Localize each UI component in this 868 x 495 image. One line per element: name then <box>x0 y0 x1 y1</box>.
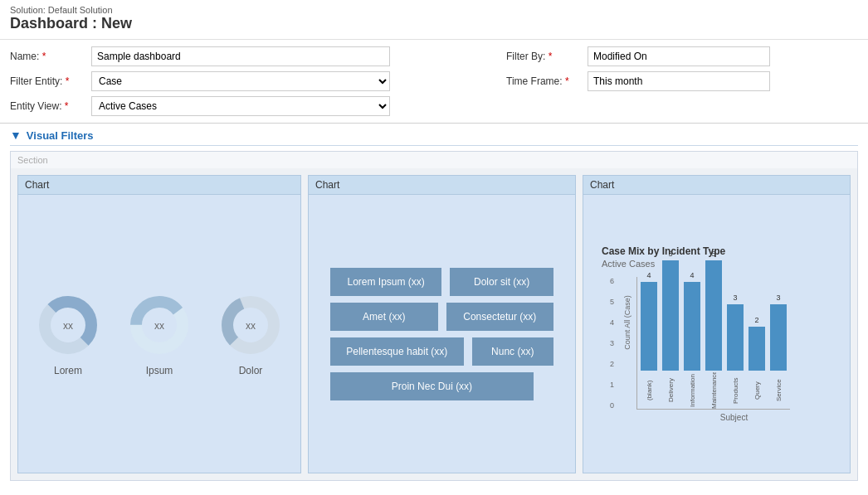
visual-filters-section: ▼ Visual Filters Section Chart <box>0 124 868 486</box>
treemap-cell-4[interactable]: Pellentesque habit (xx) <box>330 337 464 366</box>
chart-3-content: Case Mix by Incident Type Active Cases C… <box>583 195 850 473</box>
bar: 4 <box>641 282 657 371</box>
collapse-icon[interactable]: ▼ <box>10 129 22 142</box>
bar-group: 5Delivery <box>662 260 679 409</box>
y-axis-ticks: 6 5 4 3 2 1 0 <box>610 277 614 410</box>
donut-item-1: xx Lorem <box>35 292 101 376</box>
filter-entity-label: Filter Entity: * <box>10 75 85 87</box>
treemap-row-2: Amet (xx) Consectetur (xx) <box>330 303 553 331</box>
donut-svg-1: xx <box>35 292 101 358</box>
svg-text:xx: xx <box>63 320 73 332</box>
chart-2-header: Chart <box>309 176 575 195</box>
bar-chart-area: Count All (Case) 6 5 4 3 2 1 <box>602 277 831 422</box>
donut-svg-2: xx <box>126 292 193 358</box>
bar-group: 3Service <box>770 304 787 409</box>
chart-row: Chart xx Lorem <box>11 168 857 480</box>
name-row: Name: * <box>10 46 390 66</box>
section-row-label: Section <box>11 152 857 168</box>
dashboard-title: Dashboard : New <box>10 15 858 32</box>
time-frame-row: Time Frame: * <box>506 71 770 91</box>
visual-filters-header: ▼ Visual Filters <box>10 129 858 146</box>
bar-group: 4(blank) <box>641 282 657 409</box>
entity-view-label: Entity View: * <box>10 100 85 112</box>
donut-svg-3: xx <box>217 292 284 358</box>
treemap-cell-3[interactable]: Consectetur (xx) <box>446 303 554 331</box>
time-frame-label: Time Frame: * <box>506 75 581 87</box>
bar: 3 <box>727 304 744 371</box>
y-axis-label: Count All (Case) <box>623 295 631 350</box>
svg-text:xx: xx <box>154 320 164 332</box>
bar-group: 4Information <box>684 282 700 409</box>
donut-item-2: xx Ipsum <box>126 292 193 376</box>
bar-group: 2Query <box>749 327 765 409</box>
chart-2-content: Lorem Ipsum (xx) Dolor sit (xx) Amet (xx… <box>309 195 575 473</box>
bar: 5 <box>705 260 722 371</box>
treemap-row-4: Proin Nec Dui (xx) <box>330 372 553 400</box>
svg-text:xx: xx <box>246 320 256 332</box>
donut-label-1: Lorem <box>54 365 82 376</box>
treemap-cell-1[interactable]: Dolor sit (xx) <box>450 268 553 296</box>
bar-group: 3Products <box>727 304 744 409</box>
x-axis-label: Subject <box>636 413 831 422</box>
treemap-cell-6[interactable]: Proin Nec Dui (xx) <box>330 372 534 400</box>
chart-panel-2: Chart Lorem Ipsum (xx) Dolor sit (xx) Am… <box>308 175 576 473</box>
treemap-cell-0[interactable]: Lorem Ipsum (xx) <box>330 268 441 296</box>
chart-1-header: Chart <box>18 176 300 195</box>
treemap-row-1: Lorem Ipsum (xx) Dolor sit (xx) <box>330 268 553 296</box>
filter-by-input[interactable] <box>588 46 770 66</box>
entity-view-select[interactable]: Active Cases <box>91 96 390 116</box>
chart-grid: Section Chart xx <box>10 151 858 481</box>
treemap-container: Lorem Ipsum (xx) Dolor sit (xx) Amet (xx… <box>317 251 567 417</box>
bars-area: 6 5 4 3 2 1 0 4(blank)5De <box>636 277 831 410</box>
donut-label-3: Dolor <box>239 365 263 376</box>
solution-label: Solution: Default Solution <box>10 5 858 15</box>
treemap-row-3: Pellentesque habit (xx) Nunc (xx) <box>330 337 553 366</box>
form-col-right: Filter By: * Time Frame: * <box>506 46 770 116</box>
donut-item-3: xx Dolor <box>217 292 284 376</box>
treemap-cell-2[interactable]: Amet (xx) <box>330 303 438 331</box>
filter-entity-select[interactable]: Case <box>91 71 390 91</box>
bar: 5 <box>662 260 679 371</box>
visual-filters-title: Visual Filters <box>27 129 94 142</box>
entity-view-row: Entity View: * Active Cases <box>10 96 390 116</box>
name-label: Name: * <box>10 51 85 62</box>
name-input[interactable] <box>91 46 390 66</box>
bar-group: 5Maintenance <box>705 260 722 409</box>
donut-label-2: Ipsum <box>146 365 173 376</box>
bar: 3 <box>770 304 787 371</box>
chart-panel-1: Chart xx Lorem <box>17 175 301 473</box>
filter-by-label: Filter By: * <box>506 51 581 62</box>
filter-by-row: Filter By: * <box>506 46 770 66</box>
chart-1-content: xx Lorem xx Ipsu <box>18 195 300 473</box>
filter-entity-row: Filter Entity: * Case <box>10 71 390 91</box>
header: Solution: Default Solution Dashboard : N… <box>0 0 868 40</box>
bar: 2 <box>749 327 765 371</box>
form-col-left: Name: * Filter Entity: * Case Entity Vie… <box>10 46 390 116</box>
chart-3-header: Chart <box>583 176 850 195</box>
bar-chart-container: Case Mix by Incident Type Active Cases C… <box>592 237 841 430</box>
treemap-cell-5[interactable]: Nunc (xx) <box>472 337 553 366</box>
time-frame-input[interactable] <box>588 71 770 91</box>
chart-panel-3: Chart Case Mix by Incident Type Active C… <box>583 175 851 473</box>
form-area: Name: * Filter Entity: * Case Entity Vie… <box>0 40 868 124</box>
bars-wrapper: 4(blank)5Delivery4Information5Maintenanc… <box>636 277 790 410</box>
donut-panel: xx Lorem xx Ipsu <box>27 275 292 393</box>
bar: 4 <box>684 282 700 371</box>
donut-row: xx Lorem xx Ipsu <box>35 292 284 376</box>
